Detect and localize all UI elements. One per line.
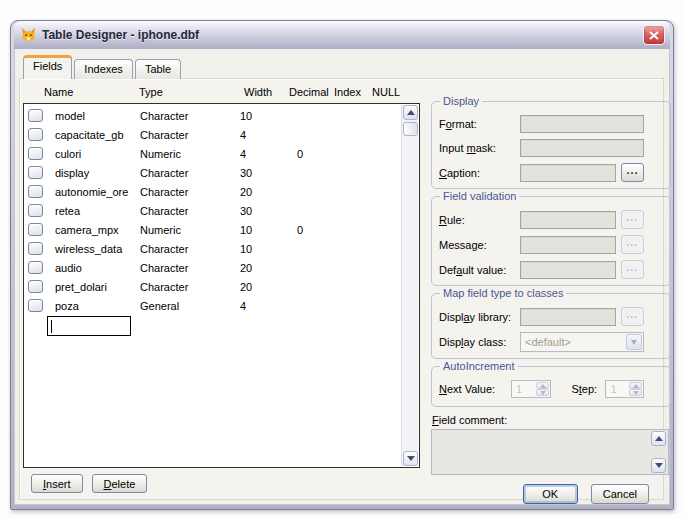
display-groupbox: Display Format: Input mask: Caption: ... — [431, 101, 671, 189]
field-width-cell[interactable]: 4 — [240, 129, 297, 141]
field-type-cell[interactable]: Numeric — [140, 148, 240, 160]
field-name-cell[interactable]: culori — [55, 148, 140, 160]
row-mover-button[interactable] — [28, 204, 43, 217]
default-value-browse-button: ... — [621, 260, 644, 279]
table-row[interactable]: displayCharacter30 — [24, 163, 401, 182]
tab-indexes[interactable]: Indexes — [74, 59, 133, 79]
table-row[interactable]: pret_dolariCharacter20 — [24, 277, 401, 296]
field-width-cell[interactable]: 20 — [240, 281, 297, 293]
field-type-cell[interactable]: Character — [140, 186, 240, 198]
table-row[interactable]: culoriNumeric40 — [24, 144, 401, 163]
spinner-up-button — [536, 382, 549, 389]
close-button[interactable] — [643, 25, 665, 45]
row-handle-cell — [24, 166, 55, 179]
field-type-cell[interactable]: Character — [140, 167, 240, 179]
ok-button[interactable]: OK — [523, 484, 578, 504]
field-name-cell[interactable]: retea — [55, 205, 140, 217]
table-row[interactable]: camera_mpxNumeric100 — [24, 220, 401, 239]
field-type-cell[interactable]: Character — [140, 129, 240, 141]
spinner-down-button — [536, 389, 549, 396]
row-mover-button[interactable] — [28, 185, 43, 198]
field-width-cell[interactable]: 4 — [240, 148, 297, 160]
row-mover-button[interactable] — [28, 223, 43, 236]
row-mover-button[interactable] — [28, 299, 43, 312]
field-comment-textarea[interactable] — [431, 429, 669, 475]
table-row[interactable]: pozaGeneral4 — [24, 296, 401, 315]
comment-scroll-up-button[interactable] — [651, 431, 666, 446]
caption-browse-button[interactable]: ... — [621, 163, 644, 182]
spinner-up-button — [629, 382, 642, 389]
dialog-body: Fields Indexes Table Name Type Width Dec… — [14, 49, 670, 505]
message-browse-button: ... — [621, 235, 644, 254]
field-width-cell[interactable]: 10 — [240, 224, 297, 236]
field-name-cell[interactable]: capacitate_gb — [55, 129, 140, 141]
display-library-input — [520, 308, 616, 326]
column-header-width: Width — [244, 86, 289, 98]
dialog-buttons: OK Cancel — [431, 484, 671, 504]
comment-scrollbar[interactable] — [651, 431, 667, 473]
field-type-cell[interactable]: Character — [140, 262, 240, 274]
rule-input — [520, 211, 616, 229]
row-mover-button[interactable] — [28, 280, 43, 293]
input-mask-input — [520, 139, 644, 157]
scroll-thumb[interactable] — [403, 122, 418, 136]
cancel-button[interactable]: Cancel — [591, 484, 649, 504]
scroll-up-button[interactable] — [403, 105, 418, 120]
field-name-cell[interactable]: poza — [55, 300, 140, 312]
field-name-cell[interactable]: pret_dolari — [55, 281, 140, 293]
field-name-cell[interactable]: autonomie_ore — [55, 186, 140, 198]
field-type-cell[interactable]: Character — [140, 281, 240, 293]
new-field-name-input[interactable] — [47, 316, 131, 336]
delete-button[interactable]: Delete — [92, 474, 148, 493]
caption-input — [520, 164, 616, 182]
spinner-down-icon — [540, 391, 546, 395]
field-name-cell[interactable]: wireless_data — [55, 243, 140, 255]
table-row[interactable]: reteaCharacter30 — [24, 201, 401, 220]
field-type-cell[interactable]: Character — [140, 110, 240, 122]
row-mover-button[interactable] — [28, 261, 43, 274]
grid-scrollbar[interactable] — [401, 105, 418, 466]
row-handle-cell — [24, 299, 55, 312]
table-designer-window: Table Designer - iphone.dbf Fields Index… — [10, 20, 674, 510]
map-classes-groupbox: Map field type to classes Display librar… — [431, 293, 671, 359]
row-action-buttons: Insert Delete — [31, 474, 147, 493]
close-x-icon — [649, 31, 659, 40]
field-name-cell[interactable]: camera_mpx — [55, 224, 140, 236]
field-width-cell[interactable]: 20 — [240, 262, 297, 274]
insert-button[interactable]: Insert — [31, 474, 83, 493]
field-type-cell[interactable]: Numeric — [140, 224, 240, 236]
row-mover-button[interactable] — [28, 128, 43, 141]
row-mover-button[interactable] — [28, 166, 43, 179]
row-mover-button[interactable] — [28, 109, 43, 122]
field-width-cell[interactable]: 10 — [240, 243, 297, 255]
field-name-cell[interactable]: model — [55, 110, 140, 122]
field-width-cell[interactable]: 30 — [240, 205, 297, 217]
field-validation-groupbox: Field validation Rule: ... Message: ... … — [431, 196, 671, 286]
table-row[interactable]: capacitate_gbCharacter4 — [24, 125, 401, 144]
tab-fields[interactable]: Fields — [23, 55, 72, 79]
tab-table[interactable]: Table — [135, 59, 181, 79]
field-width-cell[interactable]: 20 — [240, 186, 297, 198]
field-type-cell[interactable]: General — [140, 300, 240, 312]
table-row[interactable]: autonomie_oreCharacter20 — [24, 182, 401, 201]
scroll-down-button[interactable] — [403, 451, 418, 466]
row-mover-button[interactable] — [28, 147, 43, 160]
display-class-label: Display class: — [439, 336, 520, 348]
field-decimal-cell[interactable]: 0 — [297, 148, 342, 160]
field-name-cell[interactable]: audio — [55, 262, 140, 274]
comment-scroll-down-button[interactable] — [651, 458, 666, 473]
field-comment-label: Field comment: — [432, 414, 671, 426]
display-group-title: Display — [440, 95, 482, 107]
field-type-cell[interactable]: Character — [140, 243, 240, 255]
row-mover-button[interactable] — [28, 242, 43, 255]
table-row[interactable]: wireless_dataCharacter10 — [24, 239, 401, 258]
table-row[interactable]: audioCharacter20 — [24, 258, 401, 277]
field-width-cell[interactable]: 4 — [240, 300, 297, 312]
field-decimal-cell[interactable]: 0 — [297, 224, 342, 236]
field-width-cell[interactable]: 10 — [240, 110, 297, 122]
field-width-cell[interactable]: 30 — [240, 167, 297, 179]
field-type-cell[interactable]: Character — [140, 205, 240, 217]
table-row[interactable]: modelCharacter10 — [24, 106, 401, 125]
field-name-cell[interactable]: display — [55, 167, 140, 179]
titlebar[interactable]: Table Designer - iphone.dbf — [14, 21, 670, 49]
